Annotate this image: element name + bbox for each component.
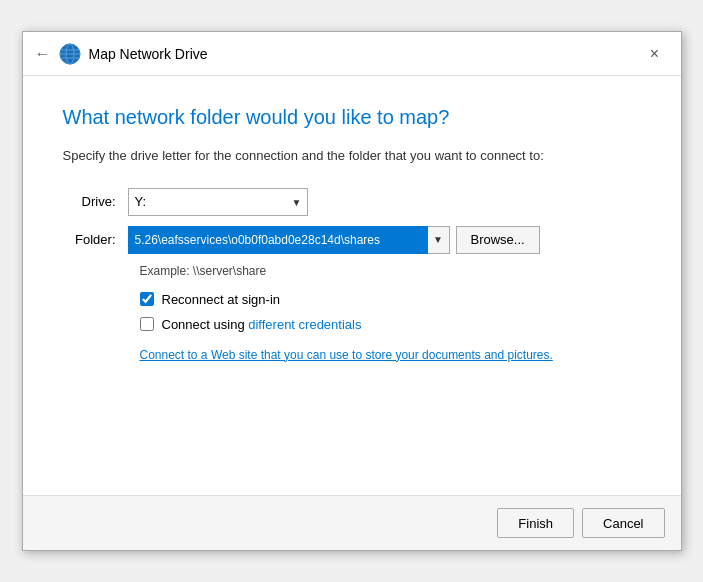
folder-input[interactable] (128, 226, 428, 254)
drive-select[interactable]: Y: Z: X: W: (128, 188, 308, 216)
folder-dropdown-arrow-icon[interactable]: ▼ (428, 226, 450, 254)
main-heading: What network folder would you like to ma… (63, 104, 641, 130)
credentials-row: Connect using different credentials (140, 317, 641, 332)
close-button[interactable]: × (641, 40, 669, 68)
folder-input-group: ▼ Browse... (128, 226, 540, 254)
dialog-content: What network folder would you like to ma… (23, 76, 681, 495)
reconnect-row: Reconnect at sign-in (140, 292, 641, 307)
network-drive-icon (59, 43, 81, 65)
credentials-text: Connect using (162, 317, 249, 332)
title-bar: ← Map Network Drive × (23, 32, 681, 76)
folder-input-wrapper: ▼ (128, 226, 450, 254)
example-text: Example: \\server\share (140, 264, 641, 278)
credentials-checkbox[interactable] (140, 317, 154, 331)
web-link-row: Connect to a Web site that you can use t… (140, 346, 641, 362)
drive-row: Drive: Y: Z: X: W: ▼ (63, 188, 641, 216)
finish-button[interactable]: Finish (497, 508, 574, 538)
title-bar-left: ← Map Network Drive (35, 43, 208, 65)
reconnect-checkbox[interactable] (140, 292, 154, 306)
dialog-title: Map Network Drive (89, 46, 208, 62)
credentials-label: Connect using different credentials (162, 317, 362, 332)
cancel-button[interactable]: Cancel (582, 508, 664, 538)
map-network-drive-dialog: ← Map Network Drive × What network folde… (22, 31, 682, 551)
folder-row: Folder: ▼ Browse... (63, 226, 641, 254)
folder-label: Folder: (63, 232, 128, 247)
drive-label: Drive: (63, 194, 128, 209)
reconnect-label: Reconnect at sign-in (162, 292, 281, 307)
browse-button[interactable]: Browse... (456, 226, 540, 254)
drive-select-wrapper: Y: Z: X: W: ▼ (128, 188, 308, 216)
web-site-link[interactable]: Connect to a Web site that you can use t… (140, 348, 553, 362)
subtitle-text: Specify the drive letter for the connect… (63, 146, 641, 166)
dialog-footer: Finish Cancel (23, 495, 681, 550)
credentials-link[interactable]: different credentials (248, 317, 361, 332)
back-arrow-icon[interactable]: ← (35, 45, 51, 63)
